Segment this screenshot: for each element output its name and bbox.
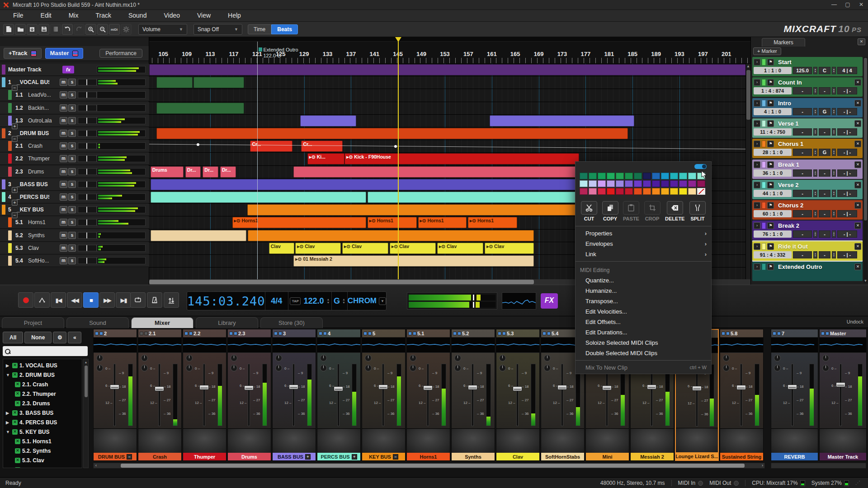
channel-label[interactable]: Synths <box>452 453 495 460</box>
zoom-out-icon[interactable] <box>97 24 108 35</box>
marker-timesig-field[interactable]: - | - <box>837 230 857 238</box>
key-spinner[interactable]: ▲▼ <box>342 298 345 304</box>
marker-tempo-field[interactable]: - <box>793 251 812 258</box>
send-knob[interactable] <box>499 365 506 371</box>
color-swatch[interactable] <box>643 188 651 195</box>
split-icon[interactable] <box>689 201 706 215</box>
marker-timesig-field[interactable]: - | - <box>837 149 857 156</box>
color-none-swatch[interactable] <box>697 188 705 195</box>
color-swatch[interactable] <box>598 173 606 179</box>
color-swatch[interactable] <box>697 180 705 187</box>
menu-item-double-selected-midi-clips[interactable]: Double Selected MIDI Clips <box>576 348 711 358</box>
expand-collapse-button[interactable]: + <box>12 123 18 129</box>
stop-button[interactable]: ■ <box>83 292 99 308</box>
marker-delete-icon[interactable]: ✕ <box>854 79 861 86</box>
volume-slider[interactable] <box>78 232 97 239</box>
marker-flag-icon[interactable]: ⚑ <box>767 161 774 168</box>
key-spinner[interactable]: ▲▼ <box>832 169 836 177</box>
send-knob[interactable] <box>231 365 237 371</box>
volume-fader-track[interactable] <box>113 364 116 426</box>
delete-tag-icon[interactable] <box>667 201 683 215</box>
marker-tempo-field[interactable]: - <box>793 149 812 156</box>
clip[interactable] <box>490 115 635 127</box>
mute-button[interactable]: m <box>60 104 67 112</box>
clip[interactable]: ▸⊙ Clav <box>295 243 341 254</box>
track-row-1.2[interactable]: 1.2Backin...ms <box>0 102 149 114</box>
volume-slider[interactable] <box>78 79 97 86</box>
pan-knob[interactable] <box>186 355 193 361</box>
pan-knob[interactable] <box>96 355 103 361</box>
color-swatch[interactable] <box>607 180 615 187</box>
color-swatch[interactable] <box>679 173 687 179</box>
marker-key-field[interactable]: - <box>819 169 830 177</box>
volume-fader-track[interactable] <box>382 364 384 426</box>
key-spinner[interactable]: ▲▼ <box>832 149 836 156</box>
visibility-checkbox[interactable]: ✕ <box>12 363 18 368</box>
clip[interactable] <box>151 230 247 241</box>
volume-fader-handle[interactable] <box>836 382 845 387</box>
clip[interactable] <box>293 166 579 178</box>
track-row-master[interactable]: Master Trackfx <box>0 64 149 76</box>
tempo-spinner[interactable]: ▲▼ <box>813 251 817 258</box>
marker-delete-icon[interactable]: ✕ <box>854 243 861 250</box>
performance-button[interactable]: Performance <box>99 49 142 58</box>
auto-arm-button[interactable] <box>164 292 179 308</box>
rewind-button[interactable]: ◀◀ <box>67 292 82 308</box>
color-swatch[interactable] <box>661 188 669 195</box>
key-spinner[interactable]: ▲▼ <box>832 210 836 217</box>
clip[interactable]: Dr... <box>220 166 236 178</box>
scissors-icon[interactable] <box>581 201 597 215</box>
marker-key-field[interactable]: - <box>819 190 830 197</box>
volume-slider[interactable] <box>78 168 97 175</box>
marker-color-swatch[interactable] <box>762 100 766 107</box>
marker-delete-icon[interactable]: ✕ <box>854 141 861 147</box>
pan-knob[interactable] <box>454 355 461 361</box>
channel-strip-2.3[interactable]: 2.30 –6 –12 –– 9– 18– 27– 36Drums <box>227 329 271 461</box>
marker-color-swatch[interactable] <box>762 141 766 147</box>
channel-label[interactable]: REVERB <box>771 453 818 460</box>
marker-row[interactable]: ›⚑Break 2✕76 : 1 : 0-▲▼-▲▼- | - <box>752 221 863 240</box>
marker-expand-icon[interactable]: › <box>754 120 760 127</box>
tree-item[interactable]: ✕2.3. Drums <box>3 399 82 408</box>
channel-label[interactable]: Drums <box>228 453 271 460</box>
solo-button[interactable]: s <box>68 244 76 252</box>
visibility-checkbox[interactable]: ✕ <box>12 410 18 416</box>
marker-timesig-field[interactable]: - | - <box>837 251 857 258</box>
volume-fader-handle[interactable] <box>110 385 119 389</box>
markers-tab[interactable]: Markers <box>762 38 805 47</box>
mute-button[interactable]: m <box>60 244 67 252</box>
go-start-button[interactable]: ▮◀ <box>51 292 66 308</box>
mute-button[interactable]: m <box>60 257 67 264</box>
color-swatch[interactable] <box>616 173 624 179</box>
save-icon[interactable] <box>38 24 49 35</box>
color-swatch[interactable] <box>607 188 615 195</box>
color-swatch[interactable] <box>616 180 624 187</box>
channel-label[interactable]: DRUM BUS− <box>94 453 137 460</box>
volume-fader-track[interactable] <box>427 364 429 426</box>
punch-button[interactable] <box>34 292 50 308</box>
marker-row[interactable]: ›⚑Start1 : 1 : 0125.0▲▼C▲▼4 | 4 <box>752 57 863 76</box>
channel-strip-2.2[interactable]: 2.20 –6 –12 –– 9– 18– 27– 36Thumper <box>183 329 226 461</box>
marker-expand-icon[interactable]: › <box>754 243 760 250</box>
clip[interactable] <box>193 77 244 88</box>
color-swatch[interactable] <box>625 173 633 179</box>
filter-all-button[interactable]: All <box>3 332 23 343</box>
key-spinner[interactable]: ▲▼ <box>832 251 836 258</box>
menu-item-quantize-[interactable]: Quantize... <box>576 275 711 286</box>
pan-knob[interactable] <box>499 355 506 361</box>
volume-fader-handle[interactable] <box>155 386 164 391</box>
mixer-scrollbar[interactable]: ‹› <box>93 463 765 469</box>
marker-color-swatch[interactable] <box>762 243 766 250</box>
menu-item-edit-durations-[interactable]: Edit Durations... <box>576 327 711 338</box>
pan-knob[interactable] <box>822 355 829 361</box>
tempo-spinner[interactable]: ▲▼ <box>813 149 817 156</box>
visibility-checkbox[interactable]: ✕ <box>15 439 20 444</box>
visibility-checkbox[interactable]: ✕ <box>12 420 18 425</box>
bus-expand-icon[interactable]: − <box>127 454 132 460</box>
mute-button[interactable]: m <box>60 219 67 226</box>
send-knob[interactable] <box>723 365 730 371</box>
clip[interactable]: ▸⊙ Horns1 <box>368 217 417 228</box>
channel-label[interactable]: BASS BUS+ <box>273 453 316 460</box>
color-swatch[interactable] <box>625 188 633 195</box>
visibility-checkbox[interactable]: ✕ <box>12 372 18 378</box>
